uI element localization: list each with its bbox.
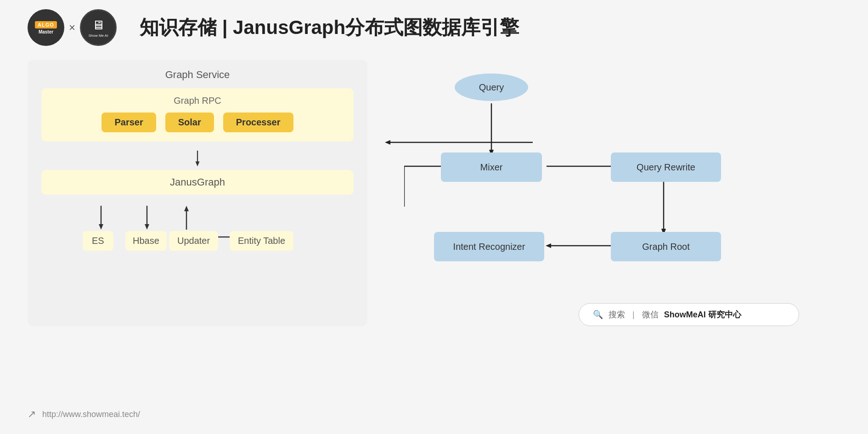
footer: ↗ http://www.showmeai.tech/ [28,408,140,420]
query-label: Query [479,82,504,93]
hbase-node: Hbase [125,231,167,251]
query-rewrite-label: Query Rewrite [637,162,695,173]
flow-diagram-container: Query Mixer Query Rewrite Graph Root Int… [404,64,799,331]
svg-marker-3 [99,224,103,230]
graph-root-label: Graph Root [642,242,689,252]
es-node: ES [83,231,113,251]
search-divider: | [632,310,635,320]
page-title: 知识存储 | JanusGraph分布式图数据库引擎 [140,15,519,40]
graph-rpc-label: Graph RPC [51,96,344,106]
janusgraph-node: JanusGraph [41,170,354,195]
logo-algo: ALGO Master [28,9,64,46]
mixer-node: Mixer [441,152,542,182]
entity-table-node: Entity Table [230,231,293,251]
graph-service-panel: Graph Service Graph RPC Parser Solar Pro… [28,60,367,326]
intent-recognizer-label: Intent Recognizer [453,242,525,252]
svg-marker-1 [196,161,200,166]
header: ALGO Master × 🖥 Show Me AI 知识存储 | JanusG… [0,0,868,55]
graph-rpc-box: Graph RPC Parser Solar Processer [41,88,354,141]
graph-root-node: Graph Root [611,232,721,261]
svg-marker-5 [145,224,149,230]
algo-text: ALGO [35,21,57,28]
flow-panel: Query Mixer Query Rewrite Graph Root Int… [404,60,840,331]
svg-marker-17 [546,243,551,248]
cursor-icon: ↗ [28,408,36,420]
rpc-items: Parser Solar Processer [51,113,344,132]
bottom-section: ES Hbase Updater Entity Table [41,206,354,261]
search-box[interactable]: 🔍 搜索 | 微信 ShowMeAI 研究中心 [579,303,799,326]
footer-url: http://www.showmeai.tech/ [42,410,140,419]
cross-symbol: × [69,21,75,34]
query-rewrite-node: Query Rewrite [611,152,721,182]
solar-node: Solar [165,113,214,132]
flow-arrows-svg [404,64,799,331]
main-content: Graph Service Graph RPC Parser Solar Pro… [0,55,868,340]
updater-node: Updater [169,231,218,251]
search-label: 微信 [642,309,659,320]
intent-recognizer-node: Intent Recognizer [434,232,544,261]
query-node: Query [455,73,528,101]
svg-marker-9 [184,206,189,211]
search-icon: 🔍 [593,310,603,320]
graph-service-label: Graph Service [41,69,354,81]
logo-showme: 🖥 Show Me AI [80,9,117,46]
master-text: Master [39,29,53,34]
monitor-icon: 🖥 [92,17,105,33]
logo-container: ALGO Master × 🖥 Show Me AI [28,9,117,46]
rpc-to-janusgraph-arrow [41,151,354,167]
showme-text: Show Me AI [89,34,108,38]
mixer-label: Mixer [480,162,503,173]
processer-node: Processer [223,113,293,132]
parser-node: Parser [101,113,156,132]
search-prefix: 搜索 [609,309,625,320]
search-brand: ShowMeAI 研究中心 [664,309,741,320]
